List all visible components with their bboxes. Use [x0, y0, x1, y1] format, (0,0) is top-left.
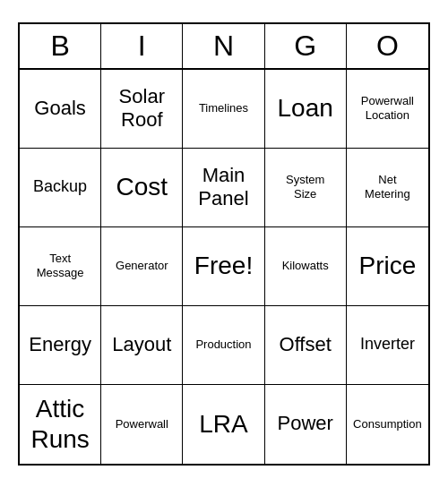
- header-letter: G: [265, 24, 347, 68]
- cell-text: SystemSize: [286, 173, 324, 201]
- cell-text: Price: [358, 251, 416, 281]
- cell-text: LRA: [199, 409, 247, 440]
- bingo-cell: Offset: [265, 306, 347, 385]
- cell-text: Powerwall: [116, 417, 168, 431]
- cell-text: SolarRoof: [119, 85, 165, 132]
- cell-text: Free!: [194, 251, 253, 281]
- cell-text: Offset: [280, 333, 332, 356]
- cell-text: TextMessage: [37, 252, 84, 279]
- cell-text: Backup: [33, 177, 87, 197]
- cell-text: NetMetering: [365, 173, 410, 201]
- bingo-cell: Production: [183, 306, 264, 385]
- cell-text: AtticRuns: [30, 394, 89, 454]
- cell-text: PowerwallLocation: [361, 94, 414, 122]
- bingo-cell: Cost: [101, 149, 183, 227]
- bingo-cell: Loan: [265, 70, 347, 149]
- cell-text: Inverter: [360, 335, 415, 355]
- bingo-cell: PowerwallLocation: [347, 70, 428, 149]
- cell-text: Goals: [34, 97, 85, 120]
- bingo-cell: Price: [347, 227, 428, 306]
- cell-text: Energy: [29, 333, 91, 356]
- bingo-cell: Free!: [183, 227, 264, 306]
- cell-text: Cost: [116, 172, 168, 202]
- bingo-cell: LRA: [183, 385, 264, 464]
- bingo-grid: GoalsSolarRoofTimelinesLoanPowerwallLoca…: [20, 70, 428, 464]
- header-letter: O: [347, 24, 428, 68]
- bingo-cell: MainPanel: [183, 149, 264, 227]
- bingo-cell: Layout: [101, 306, 183, 385]
- cell-text: Timelines: [199, 101, 248, 115]
- bingo-cell: Consumption: [347, 385, 428, 464]
- cell-text: Consumption: [353, 417, 422, 431]
- bingo-cell: Goals: [20, 70, 101, 149]
- bingo-cell: AtticRuns: [20, 385, 101, 464]
- bingo-cell: Backup: [20, 149, 101, 227]
- bingo-cell: SolarRoof: [101, 70, 183, 149]
- bingo-cell: NetMetering: [347, 149, 428, 227]
- cell-text: Generator: [116, 259, 168, 273]
- bingo-cell: Inverter: [347, 306, 428, 385]
- cell-text: Layout: [112, 333, 171, 356]
- header-letter: I: [101, 24, 183, 68]
- header-letter: N: [183, 24, 264, 68]
- bingo-cell: Timelines: [183, 70, 264, 149]
- bingo-cell: SystemSize: [265, 149, 347, 227]
- bingo-cell: Powerwall: [101, 385, 183, 464]
- header-letter: B: [20, 24, 101, 68]
- cell-text: Loan: [278, 93, 333, 124]
- cell-text: MainPanel: [198, 164, 248, 211]
- bingo-cell: Kilowatts: [265, 227, 347, 306]
- cell-text: Production: [195, 337, 251, 352]
- cell-text: Power: [278, 412, 333, 435]
- bingo-cell: Energy: [20, 306, 101, 385]
- bingo-cell: Power: [265, 385, 347, 464]
- bingo-header: BINGO: [20, 24, 428, 70]
- bingo-cell: TextMessage: [20, 227, 101, 306]
- bingo-cell: Generator: [101, 227, 183, 306]
- bingo-card: BINGO GoalsSolarRoofTimelinesLoanPowerwa…: [18, 22, 430, 466]
- cell-text: Kilowatts: [282, 259, 329, 273]
